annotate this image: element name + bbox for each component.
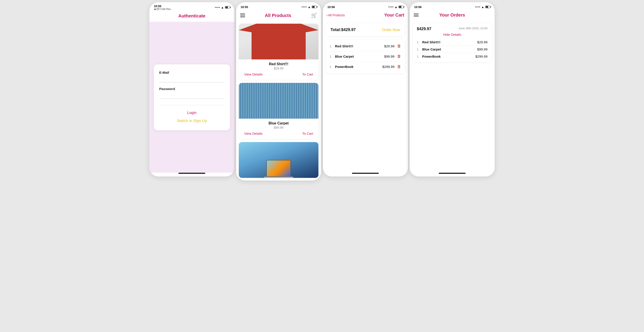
cart-header: ‹ All Products Your Cart — [323, 10, 408, 20]
screen-cart: 10:56 ▲ ‹ All Products Your Cart Total:$… — [323, 2, 408, 177]
order-item-name-1: Blue Carpet — [422, 47, 477, 51]
product-name-shirt: Red Shirt!!! — [242, 62, 315, 66]
cart-title: Your Cart — [346, 12, 404, 18]
signal-icon — [215, 7, 220, 8]
products-header: All Products 🛒 — [236, 10, 321, 21]
status-icons-3: ▲ — [388, 5, 404, 9]
password-input[interactable] — [159, 92, 224, 99]
hide-details-button[interactable]: Hide Details — [417, 33, 488, 36]
login-button[interactable]: Login — [159, 109, 224, 117]
order-item-price-2: $299.99 — [476, 54, 488, 58]
order-now-button[interactable]: Order Now — [382, 28, 400, 32]
order-date: June 30th 2020, 10:56 — [459, 26, 488, 30]
order-item-2: 1 PowerBook $299.99 — [417, 53, 488, 60]
orders-title: Your Orders — [418, 12, 486, 18]
product-info-shirt: Red Shirt!!! $29.99 View Details To Cart — [239, 59, 318, 80]
cart-item-price-2: $299.99 — [382, 65, 394, 69]
to-cart-shirt[interactable]: To Cart — [302, 72, 313, 76]
back-label: All Products — [328, 13, 345, 17]
battery-icon-2 — [312, 5, 317, 8]
cart-item-price-1: $99.99 — [384, 54, 394, 58]
orders-menu-button[interactable] — [414, 13, 418, 17]
back-chevron-icon: ‹ — [326, 13, 328, 17]
screen-orders: 10:56 ▲ Your Orders $429.97 June 30th 20… — [410, 2, 495, 177]
home-bar-4 — [439, 173, 466, 174]
home-bar-1 — [178, 173, 205, 174]
screen-authenticate: 10:55 ◀ QR Code Rea... ▲ Authenticate E-… — [149, 2, 234, 177]
cart-total-card: Total:$429.97 Order Now — [326, 23, 405, 36]
cart-item-qty-1: 1 — [330, 55, 333, 58]
status-icons-1: ▲ — [215, 6, 230, 9]
signal-icon-2 — [302, 6, 306, 7]
order-item-price-1: $99.99 — [477, 47, 488, 51]
cart-delete-0[interactable]: 🗑 — [397, 44, 401, 48]
status-time-1: 10:55 ◀ QR Code Rea... — [154, 4, 172, 10]
status-time-4: 10:56 — [414, 5, 422, 9]
product-image-laptop — [239, 142, 318, 178]
password-label: Password — [159, 87, 224, 91]
cart-item-name-0: Red Shirt!!! — [335, 44, 384, 48]
product-price-shirt: $29.99 — [242, 67, 315, 70]
cart-body: Total:$429.97 Order Now 1 Red Shirt!!! $… — [323, 20, 408, 173]
status-bar-1: 10:55 ◀ QR Code Rea... ▲ — [149, 2, 234, 11]
product-image-shirt — [239, 24, 318, 59]
cart-item-1: 1 Blue Carpet $99.99 🗑 — [330, 51, 401, 62]
status-icons-2: ▲ — [302, 5, 317, 9]
cart-item-name-1: Blue Carpet — [335, 54, 384, 58]
products-title: All Products — [265, 13, 291, 18]
product-card-carpet: Blue Carpet $99.99 View Details To Cart — [239, 83, 318, 139]
cart-button[interactable]: 🛒 — [311, 12, 317, 18]
signal-icon-3 — [388, 6, 393, 7]
status-icons-4: ▲ — [475, 5, 490, 9]
order-item-1: 1 Blue Carpet $99.99 — [417, 46, 488, 53]
auth-background: E-Mail Password Login Switch to Sign Up — [149, 22, 234, 173]
auth-card: E-Mail Password Login Switch to Sign Up — [154, 64, 230, 130]
cart-items-card: 1 Red Shirt!!! $29.99 🗑 1 Blue Carpet $9… — [326, 39, 405, 73]
cart-total-label: Total:$429.97 — [330, 27, 356, 32]
order-item-name-2: PowerBook — [422, 54, 476, 58]
cart-item-name-2: PowerBook — [335, 65, 382, 69]
wifi-icon-4: ▲ — [481, 5, 484, 9]
battery-icon — [225, 6, 230, 9]
order-item-qty-0: 1 — [417, 40, 420, 44]
orders-header: Your Orders — [410, 10, 495, 20]
battery-icon-4 — [485, 5, 490, 8]
order-total-amount: $429.97 — [417, 26, 431, 31]
product-actions-shirt: View Details To Cart — [242, 72, 315, 77]
cart-item-qty-2: 1 — [330, 65, 333, 69]
cart-delete-2[interactable]: 🗑 — [397, 64, 401, 69]
status-time-3: 10:56 — [327, 5, 335, 9]
order-card: $429.97 June 30th 2020, 10:56 Hide Detai… — [413, 23, 492, 62]
authenticate-title: Authenticate — [149, 13, 234, 18]
cart-delete-1[interactable]: 🗑 — [397, 54, 401, 59]
cart-item-qty-0: 1 — [330, 44, 333, 48]
auth-divider — [159, 105, 224, 105]
status-bar-2: 10:55 ▲ — [236, 2, 321, 10]
back-to-products-button[interactable]: ‹ All Products — [326, 13, 345, 17]
screen-all-products: 10:55 ▲ All Products 🛒 Red Shirt!!! $29.… — [236, 2, 321, 181]
status-time-2: 10:55 — [240, 5, 248, 9]
view-details-shirt[interactable]: View Details — [244, 72, 262, 76]
switch-to-signup-button[interactable]: Switch to Sign Up — [159, 117, 224, 125]
to-cart-carpet[interactable]: To Cart — [302, 132, 313, 135]
view-details-carpet[interactable]: View Details — [244, 132, 262, 135]
order-item-qty-2: 1 — [417, 55, 420, 58]
menu-button[interactable] — [240, 14, 245, 17]
wifi-icon-2: ▲ — [308, 5, 310, 9]
battery-icon-3 — [398, 5, 404, 8]
home-bar-3 — [352, 173, 379, 174]
auth-header: Authenticate — [149, 11, 234, 22]
signal-icon-4 — [475, 6, 480, 7]
status-bar-4: 10:56 ▲ — [410, 2, 495, 10]
product-card-shirt: Red Shirt!!! $29.99 View Details To Cart — [239, 24, 318, 80]
status-bar-3: 10:56 ▲ — [323, 2, 408, 10]
product-info-carpet: Blue Carpet $99.99 View Details To Cart — [239, 119, 318, 139]
email-input[interactable] — [159, 76, 224, 82]
product-image-carpet — [239, 83, 318, 119]
products-list: Red Shirt!!! $29.99 View Details To Cart… — [236, 21, 321, 181]
wifi-icon-3: ▲ — [394, 5, 397, 9]
product-name-carpet: Blue Carpet — [242, 121, 315, 125]
cart-item-0: 1 Red Shirt!!! $29.99 🗑 — [330, 41, 401, 51]
product-price-carpet: $99.99 — [242, 126, 315, 129]
cart-item-2: 1 PowerBook $299.99 🗑 — [330, 62, 401, 72]
